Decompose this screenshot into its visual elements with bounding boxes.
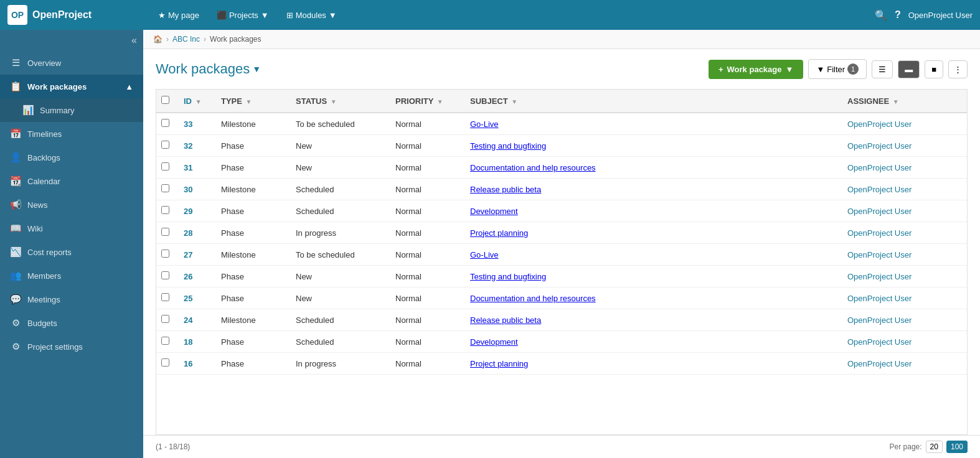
row-checkbox-cell[interactable] bbox=[156, 244, 179, 266]
per-page-20-button[interactable]: 20 bbox=[926, 441, 943, 453]
assignee-link[interactable]: OpenProject User bbox=[847, 207, 912, 216]
col-subject-header[interactable]: SUBJECT ▼ bbox=[465, 90, 842, 113]
row-checkbox-cell[interactable] bbox=[156, 113, 179, 135]
work-package-subject-link[interactable]: Release public beta bbox=[470, 315, 541, 325]
col-type-header[interactable]: TYPE ▼ bbox=[216, 90, 291, 113]
sidebar-item-backlogs[interactable]: 👤 Backlogs bbox=[0, 146, 143, 169]
collapse-button[interactable]: « bbox=[131, 35, 137, 46]
assignee-link[interactable]: OpenProject User bbox=[847, 141, 912, 151]
row-checkbox[interactable] bbox=[161, 141, 169, 149]
row-id[interactable]: 32 bbox=[179, 135, 216, 157]
col-status-header[interactable]: STATUS ▼ bbox=[291, 90, 390, 113]
row-checkbox-cell[interactable] bbox=[156, 287, 179, 309]
row-checkbox[interactable] bbox=[161, 206, 169, 214]
work-package-id-link[interactable]: 28 bbox=[184, 228, 192, 238]
assignee-link[interactable]: OpenProject User bbox=[847, 185, 912, 194]
work-package-subject-link[interactable]: Go-Live bbox=[470, 119, 499, 129]
sidebar-item-news[interactable]: 📢 News bbox=[0, 193, 143, 217]
assignee-link[interactable]: OpenProject User bbox=[847, 228, 912, 238]
home-icon[interactable]: 🏠 bbox=[153, 35, 163, 44]
row-id[interactable]: 16 bbox=[179, 353, 216, 375]
work-package-subject-link[interactable]: Go-Live bbox=[470, 250, 499, 259]
row-assignee[interactable]: OpenProject User bbox=[842, 331, 967, 353]
row-subject[interactable]: Testing and bugfixing bbox=[465, 266, 842, 287]
view-board-button[interactable]: ■ bbox=[925, 60, 943, 78]
sidebar-item-members[interactable]: 👥 Members bbox=[0, 264, 143, 287]
assignee-link[interactable]: OpenProject User bbox=[847, 337, 912, 347]
row-checkbox[interactable] bbox=[161, 162, 169, 171]
row-id[interactable]: 28 bbox=[179, 222, 216, 244]
row-assignee[interactable]: OpenProject User bbox=[842, 179, 967, 200]
select-all-checkbox[interactable] bbox=[161, 96, 169, 104]
more-options-button[interactable]: ⋮ bbox=[948, 60, 968, 78]
row-checkbox-cell[interactable] bbox=[156, 331, 179, 353]
row-subject[interactable]: Release public beta bbox=[465, 179, 842, 200]
row-id[interactable]: 31 bbox=[179, 157, 216, 179]
add-work-package-button[interactable]: + + Work package Work package ▼ bbox=[709, 60, 803, 79]
work-package-subject-link[interactable]: Development bbox=[470, 337, 518, 347]
sidebar-item-budgets[interactable]: ⚙ Budgets bbox=[0, 311, 143, 335]
row-checkbox[interactable] bbox=[161, 228, 169, 236]
nav-my-page[interactable]: ★ My page bbox=[151, 7, 207, 24]
work-package-id-link[interactable]: 24 bbox=[184, 315, 192, 325]
help-icon[interactable]: ? bbox=[895, 9, 901, 21]
work-package-id-link[interactable]: 25 bbox=[184, 294, 192, 303]
row-checkbox[interactable] bbox=[161, 184, 169, 192]
row-subject[interactable]: Documentation and help resources bbox=[465, 287, 842, 309]
sidebar-item-calendar[interactable]: 📆 Calendar bbox=[0, 169, 143, 193]
row-checkbox[interactable] bbox=[161, 250, 169, 258]
title-chevron-icon[interactable]: ▼ bbox=[252, 64, 261, 74]
row-subject[interactable]: Documentation and help resources bbox=[465, 157, 842, 179]
row-subject[interactable]: Development bbox=[465, 200, 842, 222]
row-subject[interactable]: Project planning bbox=[465, 222, 842, 244]
sidebar-item-wiki[interactable]: 📖 Wiki bbox=[0, 217, 143, 240]
work-package-id-link[interactable]: 33 bbox=[184, 119, 192, 129]
assignee-link[interactable]: OpenProject User bbox=[847, 272, 912, 281]
row-assignee[interactable]: OpenProject User bbox=[842, 353, 967, 375]
work-package-id-link[interactable]: 32 bbox=[184, 141, 192, 151]
row-checkbox-cell[interactable] bbox=[156, 309, 179, 331]
work-package-subject-link[interactable]: Release public beta bbox=[470, 185, 541, 194]
sidebar-item-summary[interactable]: 📊 Summary bbox=[0, 98, 143, 122]
row-checkbox-cell[interactable] bbox=[156, 200, 179, 222]
sidebar-item-cost-reports[interactable]: 📉 Cost reports bbox=[0, 240, 143, 264]
row-subject[interactable]: Go-Live bbox=[465, 244, 842, 266]
sidebar-collapse[interactable]: « bbox=[0, 30, 143, 51]
row-subject[interactable]: Project planning bbox=[465, 353, 842, 375]
row-checkbox-cell[interactable] bbox=[156, 353, 179, 375]
user-label[interactable]: OpenProject User bbox=[908, 11, 973, 20]
row-checkbox-cell[interactable] bbox=[156, 266, 179, 287]
row-assignee[interactable]: OpenProject User bbox=[842, 266, 967, 287]
work-package-id-link[interactable]: 29 bbox=[184, 207, 192, 216]
work-package-subject-link[interactable]: Documentation and help resources bbox=[470, 294, 596, 303]
row-checkbox-cell[interactable] bbox=[156, 222, 179, 244]
row-checkbox[interactable] bbox=[161, 315, 169, 323]
row-assignee[interactable]: OpenProject User bbox=[842, 157, 967, 179]
col-assignee-header[interactable]: ASSIGNEE ▼ bbox=[842, 90, 967, 113]
row-checkbox[interactable] bbox=[161, 337, 169, 345]
row-checkbox[interactable] bbox=[161, 293, 169, 301]
row-id[interactable]: 30 bbox=[179, 179, 216, 200]
filter-button[interactable]: ▼ Filter 1 bbox=[808, 59, 867, 79]
row-subject[interactable]: Testing and bugfixing bbox=[465, 135, 842, 157]
work-package-subject-link[interactable]: Documentation and help resources bbox=[470, 163, 596, 172]
work-package-subject-link[interactable]: Testing and bugfixing bbox=[470, 272, 546, 281]
view-card-button[interactable]: ▬ bbox=[898, 60, 920, 78]
work-package-id-link[interactable]: 18 bbox=[184, 337, 192, 347]
row-subject[interactable]: Development bbox=[465, 331, 842, 353]
row-assignee[interactable]: OpenProject User bbox=[842, 244, 967, 266]
row-id[interactable]: 33 bbox=[179, 113, 216, 135]
work-package-subject-link[interactable]: Testing and bugfixing bbox=[470, 141, 546, 151]
row-checkbox[interactable] bbox=[161, 119, 169, 127]
row-assignee[interactable]: OpenProject User bbox=[842, 113, 967, 135]
col-id-header[interactable]: ID ▼ bbox=[179, 90, 216, 113]
row-id[interactable]: 24 bbox=[179, 309, 216, 331]
row-assignee[interactable]: OpenProject User bbox=[842, 287, 967, 309]
nav-modules[interactable]: ⊞ Modules ▼ bbox=[279, 7, 344, 24]
work-package-id-link[interactable]: 31 bbox=[184, 163, 192, 172]
per-page-100-button[interactable]: 100 bbox=[946, 441, 968, 453]
row-assignee[interactable]: OpenProject User bbox=[842, 135, 967, 157]
row-checkbox-cell[interactable] bbox=[156, 179, 179, 200]
row-checkbox-cell[interactable] bbox=[156, 135, 179, 157]
row-checkbox[interactable] bbox=[161, 358, 169, 367]
